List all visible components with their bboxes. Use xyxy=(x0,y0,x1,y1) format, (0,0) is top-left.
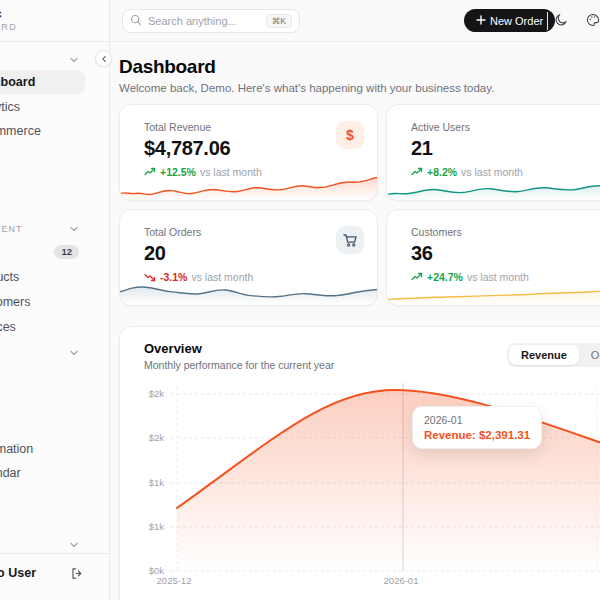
overview-chart-card: Overview Monthly performance for the cur… xyxy=(119,326,600,600)
page-title: Dashboard xyxy=(119,56,600,78)
chevron-down-icon xyxy=(69,55,79,65)
y-axis-tick: $2k xyxy=(134,432,164,443)
theme-palette-button[interactable] xyxy=(584,12,600,30)
app-window: Acme Inc DASHBOARD Main Dashboard Analyt… xyxy=(0,0,600,600)
keyboard-shortcut-badge: ⌘K xyxy=(266,14,292,29)
user-menu[interactable]: Demo User xyxy=(0,558,85,588)
stat-card-total-orders: Total Orders 20 -3.1% vs last month xyxy=(119,209,378,306)
customers-sparkline xyxy=(387,275,600,305)
tooltip-value: Revenue: $2,391.31 xyxy=(424,429,530,441)
chart-tooltip: 2026-01 Revenue: $2,391.31 xyxy=(412,406,542,449)
page-subtitle: Welcome back, Demo. Here's what's happen… xyxy=(119,82,600,94)
palette-icon xyxy=(586,13,600,30)
sidebar-item-calendar[interactable]: Calendar xyxy=(0,461,85,485)
search-bar[interactable]: ⌘K xyxy=(122,9,300,33)
sidebar-footer-divider xyxy=(0,553,109,554)
sidebar-section-other[interactable]: Other xyxy=(0,537,85,553)
chevron-down-icon xyxy=(69,224,79,234)
x-axis-tick: 2025-12 xyxy=(144,575,204,586)
revenue-sparkline xyxy=(120,170,377,200)
stat-card-active-users: Active Users 21 +8.2% vs last month xyxy=(386,104,600,201)
main-content: Dashboard Welcome back, Demo. Here's wha… xyxy=(111,43,600,600)
sidebar-item-ecommerce[interactable]: E-commerce xyxy=(0,119,85,143)
revenue-area-chart[interactable] xyxy=(120,327,600,600)
sidebar-section-management[interactable]: Management xyxy=(0,221,85,237)
unread-count-badge: 12 xyxy=(54,245,79,259)
search-input[interactable] xyxy=(148,15,248,27)
dark-mode-toggle[interactable] xyxy=(552,12,570,30)
topbar-divider xyxy=(547,12,548,30)
sidebar-collapse-button[interactable] xyxy=(95,50,112,67)
sidebar-section-main[interactable]: Main xyxy=(0,52,85,68)
sidebar-logo: Acme Inc DASHBOARD xyxy=(0,0,109,42)
y-axis-tick: $1k xyxy=(134,521,164,532)
users-sparkline xyxy=(387,170,600,200)
search-icon xyxy=(130,12,142,30)
sidebar-item-products[interactable]: Products xyxy=(0,265,85,289)
sidebar-item-automation[interactable]: Automation xyxy=(0,437,85,461)
sidebar-item-chat[interactable]: Chat 12 xyxy=(0,240,85,264)
user-name: Demo User xyxy=(0,566,36,580)
sidebar-item-dashboard[interactable]: Dashboard xyxy=(0,70,85,94)
sidebar-item-customers[interactable]: Customers xyxy=(0,290,85,314)
sidebar-item-analytics[interactable]: Analytics xyxy=(0,95,85,119)
stat-card-customers: Customers 36 +24.7% vs last month xyxy=(386,209,600,306)
moon-icon xyxy=(554,13,568,30)
y-axis-tick: $1k xyxy=(134,477,164,488)
logout-icon[interactable] xyxy=(70,567,83,580)
chevron-down-icon xyxy=(69,348,79,358)
dollar-icon: $ xyxy=(336,121,364,149)
y-axis-tick: $2k xyxy=(134,388,164,399)
new-order-button[interactable]: New Order xyxy=(464,9,555,32)
chevron-down-icon xyxy=(69,540,79,550)
brand-name: Acme Inc xyxy=(0,7,2,21)
chevron-left-icon xyxy=(100,51,108,66)
orders-sparkline xyxy=(120,275,377,305)
sidebar-section-tools[interactable]: Tools xyxy=(0,345,85,361)
brand-subtitle: DASHBOARD xyxy=(0,22,17,32)
tooltip-date: 2026-01 xyxy=(424,414,530,426)
sidebar-item-invoices[interactable]: Invoices xyxy=(0,315,85,339)
topbar: ⌘K New Order xyxy=(111,0,600,42)
stat-card-total-revenue: Total Revenue $4,787.06 +12.5% vs last m… xyxy=(119,104,378,201)
stats-grid: Total Revenue $4,787.06 +12.5% vs last m… xyxy=(119,104,600,306)
sidebar: Acme Inc DASHBOARD Main Dashboard Analyt… xyxy=(0,0,110,600)
cart-icon xyxy=(336,226,364,254)
x-axis-tick: 2026-01 xyxy=(371,575,431,586)
plus-icon xyxy=(476,15,486,27)
